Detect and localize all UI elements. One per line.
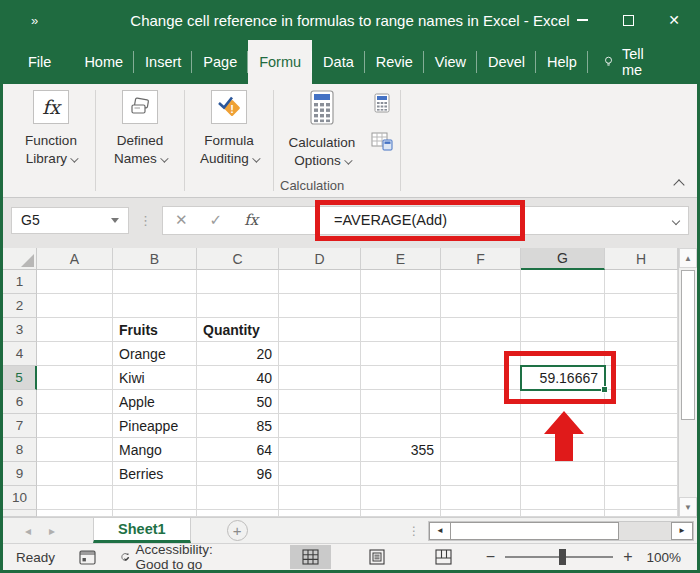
cell-F2[interactable] [441,294,521,318]
cell-B1[interactable] [113,270,197,294]
tab-formu[interactable]: Formu [248,40,312,84]
cell-D6[interactable] [279,390,361,414]
insert-function-button[interactable]: fx [244,211,258,229]
cell-H1[interactable] [605,270,678,294]
cell-A5[interactable] [37,366,113,390]
cell-F9[interactable] [441,462,521,486]
cell-A2[interactable] [37,294,113,318]
row-header-10[interactable]: 10 [3,486,37,510]
cell-A10[interactable] [37,486,113,510]
cell-E6[interactable] [361,390,441,414]
column-header-E[interactable]: E [361,248,441,270]
tab-view[interactable]: View [424,40,477,84]
cell-E2[interactable] [361,294,441,318]
previous-sheet-icon[interactable]: ◂ [25,524,31,538]
scroll-up-icon[interactable]: ▲ [679,248,697,268]
calculation-options-button[interactable]: Calculation Options [280,90,364,169]
cell-G7[interactable] [521,414,605,438]
name-box-dropdown-icon[interactable] [111,218,119,223]
cell-A8[interactable] [37,438,113,462]
sheet-tab-sheet1[interactable]: Sheet1 [93,518,191,543]
cell-B3[interactable]: Fruits [113,318,197,342]
cell-G6[interactable] [521,390,605,414]
cell-B5[interactable]: Kiwi [113,366,197,390]
cell-C11[interactable] [197,510,279,517]
cell-H8[interactable] [605,438,678,462]
calculate-now-button[interactable] [370,92,394,114]
tab-insert[interactable]: Insert [134,40,192,84]
page-break-preview-button[interactable] [423,545,464,569]
cell-B10[interactable] [113,486,197,510]
cell-H4[interactable] [605,342,678,366]
cell-C3[interactable]: Quantity [197,318,279,342]
vertical-scroll-thumb[interactable] [681,270,695,420]
cell-B6[interactable]: Apple [113,390,197,414]
cell-D5[interactable] [279,366,361,390]
enter-button[interactable]: ✓ [210,211,223,229]
cell-H11[interactable] [605,510,678,517]
new-sheet-button[interactable]: + [227,520,248,541]
vertical-scrollbar[interactable]: ▲ ▼ [678,248,697,517]
horizontal-scrollbar[interactable]: ◄ ► [428,521,694,541]
cell-C1[interactable] [197,270,279,294]
cell-F7[interactable] [441,414,521,438]
cell-E5[interactable] [361,366,441,390]
scroll-right-icon[interactable]: ► [671,522,693,540]
zoom-slider-thumb[interactable] [559,549,566,565]
row-header-3[interactable]: 3 [3,318,37,342]
row-header-9[interactable]: 9 [3,462,37,486]
row-header-5[interactable]: 5 [3,366,37,390]
cell-D10[interactable] [279,486,361,510]
cell-G3[interactable] [521,318,605,342]
cell-E3[interactable] [361,318,441,342]
cell-A3[interactable] [37,318,113,342]
cell-C5[interactable]: 40 [197,366,279,390]
cell-F1[interactable] [441,270,521,294]
tab-devel[interactable]: Devel [477,40,536,84]
cancel-button[interactable]: ✕ [175,211,188,229]
name-box[interactable]: G5 [11,207,129,234]
cell-D8[interactable] [279,438,361,462]
column-header-F[interactable]: F [441,248,521,270]
cell-A9[interactable] [37,462,113,486]
cell-B11[interactable] [113,510,197,517]
cell-G1[interactable] [521,270,605,294]
calculate-sheet-button[interactable] [370,130,394,152]
cell-E7[interactable] [361,414,441,438]
cell-A7[interactable] [37,414,113,438]
cell-F3[interactable] [441,318,521,342]
cell-G4[interactable] [521,342,605,366]
cell-H9[interactable] [605,462,678,486]
cell-G9[interactable] [521,462,605,486]
cell-H7[interactable] [605,414,678,438]
tab-home[interactable]: Home [73,40,134,84]
maximize-button[interactable] [605,0,651,40]
cell-B7[interactable]: Pineappe [113,414,197,438]
cell-D3[interactable] [279,318,361,342]
cell-A11[interactable] [37,510,113,517]
cell-G10[interactable] [521,486,605,510]
cell-A1[interactable] [37,270,113,294]
accessibility-status[interactable]: Accessibility: Good to go [120,542,222,572]
cell-C6[interactable]: 50 [197,390,279,414]
formula-auditing-button[interactable]: ! Formula Auditing [193,90,265,167]
horizontal-scroll-thumb[interactable] [451,522,619,540]
cell-E9[interactable] [361,462,441,486]
expand-formula-bar-icon[interactable] [672,216,680,224]
page-layout-view-button[interactable] [357,545,397,569]
zoom-in-button[interactable]: + [623,548,632,566]
cell-B8[interactable]: Mango [113,438,197,462]
zoom-out-button[interactable]: − [486,548,495,566]
cell-E8[interactable]: 355 [361,438,441,462]
cell-C2[interactable] [197,294,279,318]
cell-D1[interactable] [279,270,361,294]
cell-C8[interactable]: 64 [197,438,279,462]
row-header-6[interactable]: 6 [3,390,37,414]
cell-F11[interactable] [441,510,521,517]
cell-B2[interactable] [113,294,197,318]
defined-names-button[interactable]: Defined Names [104,90,176,167]
cell-D4[interactable] [279,342,361,366]
cell-C7[interactable]: 85 [197,414,279,438]
tab-revie[interactable]: Revie [365,40,424,84]
scroll-down-icon[interactable]: ▼ [679,497,697,517]
